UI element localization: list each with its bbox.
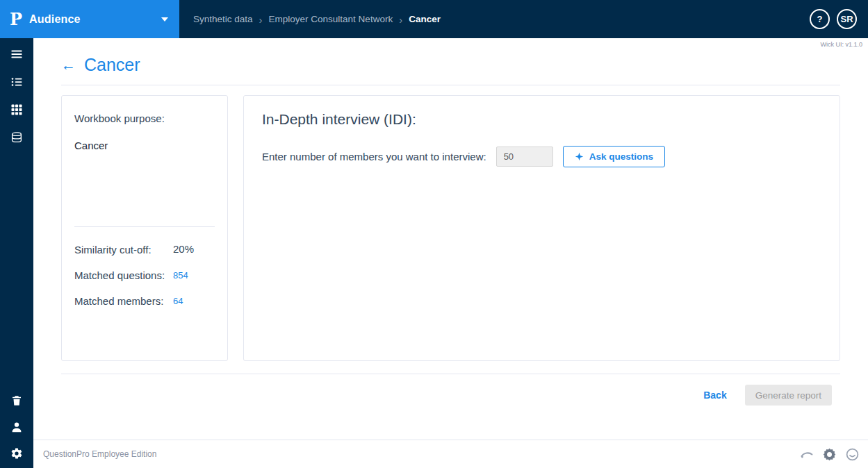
questionpro-logo-icon: P — [10, 11, 22, 28]
idi-title: In-Depth interview (IDI): — [262, 111, 821, 128]
breadcrumb-item-employer-consultant-network[interactable]: Employer Consultant Network — [269, 14, 393, 24]
member-count-input[interactable] — [496, 147, 553, 167]
ask-questions-label: Ask questions — [589, 151, 653, 162]
sparkle-icon — [575, 152, 584, 161]
idi-input-row: Enter number of members you want to inte… — [262, 146, 821, 167]
main-content: Wick UI: v1.1.0 ← Cancer Workbook purpos… — [33, 38, 868, 468]
layers-icon[interactable] — [10, 131, 23, 144]
breadcrumb-item-cancer: Cancer — [409, 14, 441, 24]
breadcrumb-separator-icon: › — [399, 14, 402, 25]
user-icon[interactable] — [10, 421, 23, 433]
divider — [74, 226, 215, 227]
breadcrumb: Synthetic data › Employer Consultant Net… — [179, 14, 441, 25]
matched-members-value[interactable]: 64 — [173, 294, 183, 306]
menu-icon[interactable] — [10, 48, 23, 60]
page-title: Cancer — [84, 55, 140, 75]
trash-icon[interactable] — [10, 394, 23, 407]
chevron-down-icon — [161, 17, 168, 22]
gear-icon[interactable] — [10, 447, 23, 460]
workbook-purpose-value: Cancer — [74, 140, 215, 151]
workbook-purpose-label: Workbook purpose: — [74, 112, 215, 124]
app-switcher[interactable]: P Audience — [0, 0, 179, 38]
version-label: Wick UI: v1.1.0 — [33, 38, 868, 49]
breadcrumb-separator-icon: › — [259, 14, 263, 25]
workbook-summary-card: Workbook purpose: Cancer Similarity cut-… — [61, 95, 228, 361]
member-count-label: Enter number of members you want to inte… — [262, 151, 486, 162]
app-name: Audience — [29, 13, 154, 26]
summary-row-matched-questions: Matched questions: 854 — [74, 268, 215, 283]
avatar[interactable]: SR — [837, 9, 857, 29]
list-icon[interactable] — [10, 76, 23, 88]
grid-icon[interactable] — [10, 103, 23, 116]
summary-row-matched-members: Matched members: 64 — [74, 294, 215, 308]
page-footer: QuestionPro Employee Edition — [33, 440, 868, 468]
page-header: ← Cancer — [33, 49, 868, 85]
sidebar — [0, 38, 33, 468]
help-button[interactable]: ? — [810, 9, 830, 29]
app-window: P Audience Synthetic data › Employer Con… — [0, 0, 868, 468]
page-actions: Back Generate report — [33, 374, 868, 415]
chat-help-icon[interactable] — [845, 447, 860, 462]
settings-badge-icon[interactable] — [822, 447, 837, 462]
top-bar: P Audience Synthetic data › Employer Con… — [0, 0, 868, 38]
back-arrow-icon[interactable]: ← — [61, 58, 76, 72]
similarity-cutoff-label: Similarity cut-off: — [74, 242, 173, 257]
idi-card: In-Depth interview (IDI): Enter number o… — [243, 95, 840, 361]
footer-brand-text: QuestionPro Employee Edition — [43, 449, 156, 459]
similarity-cutoff-value: 20% — [173, 242, 194, 255]
summary-row-similarity: Similarity cut-off: 20% — [74, 242, 215, 257]
matched-members-label: Matched members: — [74, 294, 173, 308]
top-bar-actions: ? SR — [810, 9, 868, 29]
generate-report-button[interactable]: Generate report — [745, 385, 832, 406]
breadcrumb-item-synthetic-data[interactable]: Synthetic data — [193, 14, 253, 24]
feedback-swoosh-icon[interactable] — [799, 447, 814, 462]
ask-questions-button[interactable]: Ask questions — [563, 146, 665, 167]
matched-questions-value[interactable]: 854 — [173, 268, 188, 281]
matched-questions-label: Matched questions: — [74, 268, 173, 283]
footer-icons — [799, 447, 860, 462]
back-link[interactable]: Back — [703, 390, 726, 401]
cards-row: Workbook purpose: Cancer Similarity cut-… — [33, 85, 868, 374]
